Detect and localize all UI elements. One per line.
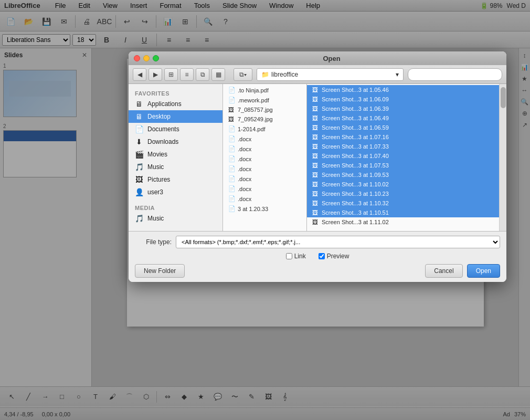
screenshot-name-14: Screen Shot...3 at 1.11.02 [322,219,389,225]
checkboxes-row: Link Preview [135,253,500,260]
dialog-close-button[interactable] [134,55,140,61]
forward-button[interactable]: ▶ [149,68,162,81]
file-name-5: .docx [238,136,251,142]
sidebar-item-movies-label: Movies [147,151,167,158]
screenshot-item-0[interactable]: 🖼 Screen Shot...3 at 1.05.46 [307,85,499,94]
back-button[interactable]: ◀ [133,68,146,81]
screenshot-name-2: Screen Shot...3 at 1.06.39 [322,106,389,112]
screenshot-icon-2: 🖼 [312,106,320,112]
file-list-scrollbar[interactable] [499,84,506,231]
file-icon-5: 📄 [228,135,236,142]
screenshot-item-7[interactable]: 🖼 Screen Shot...3 at 1.07.40 [307,151,499,161]
sidebar-item-desktop[interactable]: 🖥 Desktop [129,110,222,123]
file-item-0[interactable]: 📄 .to Ninja.pdf [223,85,306,95]
dialog-minimize-button[interactable] [143,55,150,61]
preview-checkbox-label[interactable]: Preview [319,253,349,260]
file-icon-11: 📄 [228,195,236,202]
screenshot-item-1[interactable]: 🖼 Screen Shot...3 at 1.06.09 [307,94,499,104]
screenshot-item-8[interactable]: 🖼 Screen Shot...3 at 1.07.53 [307,161,499,170]
file-name-12: 3 at 1.20.33 [238,206,268,212]
dialog-sidebar: FAVORITES 🖥 Applications 🖥 Desktop 📄 Doc… [129,84,223,231]
screenshot-name-3: Screen Shot...3 at 1.06.49 [322,115,389,121]
preview-checkbox[interactable] [319,253,325,259]
link-checkbox-label[interactable]: Link [286,253,306,260]
file-name-10: .docx [238,186,251,192]
link-label: Link [294,253,306,260]
screenshot-item-4[interactable]: 🖼 Screen Shot...3 at 1.06.59 [307,123,499,132]
dialog-titlebar: Open [129,51,506,65]
file-item-11[interactable]: 📄 .docx [223,194,306,204]
sidebar-item-user3[interactable]: 👤 user3 [129,186,222,198]
screenshot-name-6: Screen Shot...3 at 1.07.33 [322,143,389,150]
location-dropdown-icon[interactable]: ▾ [396,71,399,78]
filetype-select[interactable]: <All formats> (*.bmp;*.dxf;*.emf;*.eps;*… [176,236,500,248]
screenshot-item-2[interactable]: 🖼 Screen Shot...3 at 1.06.39 [307,104,499,113]
sidebar-item-pictures-label: Pictures [147,176,170,183]
screenshot-item-10[interactable]: 🖼 Screen Shot...3 at 1.10.02 [307,180,499,189]
file-item-12[interactable]: 📄 3 at 1.20.33 [223,204,306,214]
dialog-body: FAVORITES 🖥 Applications 🖥 Desktop 📄 Doc… [129,84,506,231]
view-toggle-button[interactable]: ⧉▾ [234,68,252,81]
file-item-6[interactable]: 📄 .docx [223,144,306,154]
screenshot-icon-6: 🖼 [312,143,320,150]
dialog-maximize-button[interactable] [153,55,159,61]
file-item-4[interactable]: 📄 1-2014.pdf [223,124,306,134]
screenshot-icon-14: 🖼 [312,219,320,225]
screenshot-item-13[interactable]: 🖼 Screen Shot...3 at 1.10.51 [307,208,499,217]
file-item-8[interactable]: 📄 .docx [223,164,306,174]
file-item-10[interactable]: 📄 .docx [223,184,306,194]
screenshot-item-5[interactable]: 🖼 Screen Shot...3 at 1.07.16 [307,132,499,142]
sidebar-item-documents[interactable]: 📄 Documents [129,123,222,135]
search-input[interactable] [408,68,502,81]
sidebar-item-downloads[interactable]: ⬇ Downloads [129,135,222,148]
documents-icon: 📄 [135,125,143,133]
cancel-button[interactable]: Cancel [425,264,462,278]
sidebar-item-music[interactable]: 🎵 Music [129,161,222,173]
movies-icon: 🎬 [135,150,143,159]
view-list-button[interactable]: ≡ [180,68,194,81]
file-item-2[interactable]: 🖼 7_085757.jpg [223,105,306,114]
screenshot-icon-3: 🖼 [312,115,320,121]
screenshot-item-14[interactable]: 🖼 Screen Shot...3 at 1.11.02 [307,217,499,227]
scrollbar-thumb[interactable] [501,87,506,108]
file-item-9[interactable]: 📄 .docx [223,174,306,184]
applications-icon: 🖥 [135,100,143,108]
file-name-0: .to Ninja.pdf [238,87,269,93]
sidebar-item-media-music[interactable]: 🎵 Music [129,212,222,225]
screenshot-item-3[interactable]: 🖼 Screen Shot...3 at 1.06.49 [307,113,499,123]
screenshot-item-12[interactable]: 🖼 Screen Shot...3 at 1.10.32 [307,198,499,208]
link-checkbox[interactable] [286,253,292,259]
sidebar-item-downloads-label: Downloads [147,138,178,145]
screenshot-name-9: Screen Shot...3 at 1.09.53 [322,172,389,178]
filetype-label: File type: [135,238,172,246]
screenshot-name-8: Screen Shot...3 at 1.07.53 [322,162,389,169]
preview-label: Preview [327,253,349,260]
file-item-3[interactable]: 🖼 7_095249.jpg [223,114,306,124]
sidebar-item-movies[interactable]: 🎬 Movies [129,148,222,161]
file-item-5[interactable]: 📄 .docx [223,134,306,144]
location-bar[interactable]: 📁 libreoffice ▾ [257,68,404,81]
screenshot-name-1: Screen Shot...3 at 1.06.09 [322,96,389,102]
screenshot-name-0: Screen Shot...3 at 1.05.46 [322,87,389,93]
file-icon-6: 📄 [228,145,236,152]
screenshot-item-11[interactable]: 🖼 Screen Shot...3 at 1.10.23 [307,189,499,198]
file-icon-0: 📄 [228,87,236,93]
open-button[interactable]: Open [467,264,500,278]
file-icon-4: 📄 [228,125,236,132]
screenshot-icon-8: 🖼 [312,162,320,169]
screenshot-name-5: Screen Shot...3 at 1.07.16 [322,134,389,140]
view-columns-button[interactable]: ⧉ [196,68,209,81]
screenshot-icon-1: 🖼 [312,96,320,102]
screenshot-icon-0: 🖼 [312,87,320,93]
screenshot-item-6[interactable]: 🖼 Screen Shot...3 at 1.07.33 [307,142,499,151]
view-icons-button[interactable]: ⊞ [164,68,178,81]
screenshot-name-11: Screen Shot...3 at 1.10.23 [322,191,389,197]
sidebar-item-pictures[interactable]: 🖼 Pictures [129,173,222,186]
new-folder-button[interactable]: New Folder [135,264,185,278]
file-item-7[interactable]: 📄 .docx [223,154,306,164]
screenshot-name-4: Screen Shot...3 at 1.06.59 [322,124,389,131]
file-item-1[interactable]: 📄 .mework.pdf [223,95,306,105]
view-cover-button[interactable]: ▦ [211,68,225,81]
sidebar-item-applications[interactable]: 🖥 Applications [129,98,222,110]
screenshot-item-9[interactable]: 🖼 Screen Shot...3 at 1.09.53 [307,170,499,180]
